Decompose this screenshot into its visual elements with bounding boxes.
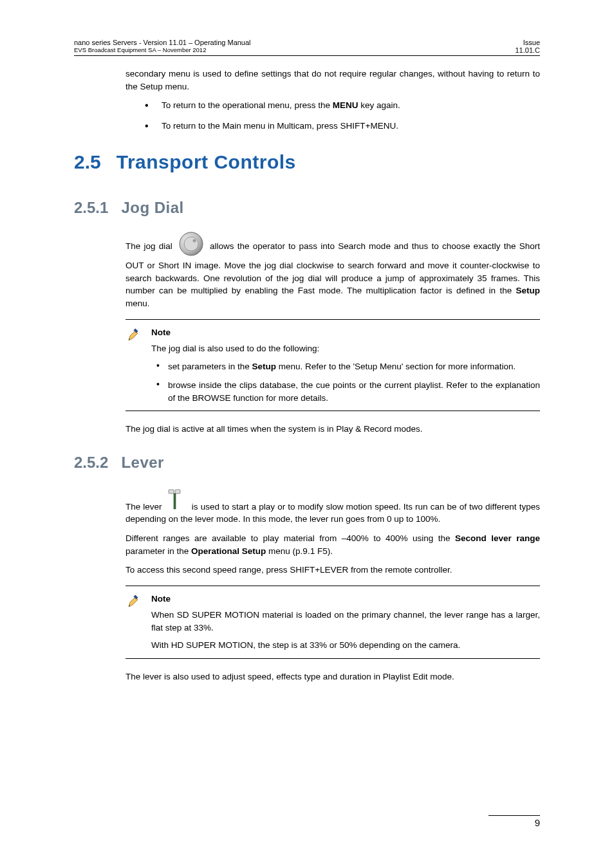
jog-text-post-post: menu. <box>126 299 150 308</box>
page-number-rule <box>488 815 540 816</box>
lever-text-post: is used to start a play or to modify slo… <box>126 502 540 524</box>
header-left-line1: nano series Servers - Version 11.01 – Op… <box>74 39 251 46</box>
note-body: Note The jog dial is also used to do the… <box>151 326 540 405</box>
lever-after-note: The lever is also used to adjust speed, … <box>126 670 540 683</box>
header-divider <box>74 55 540 56</box>
note-block: Note The jog dial is also used to do the… <box>126 319 540 412</box>
lever-p2-b1: Second lever range <box>455 533 540 543</box>
page-header: nano series Servers - Version 11.01 – Op… <box>74 39 540 55</box>
heading-number: 2.5.2 <box>74 454 108 472</box>
lever-p2-post: menu (p.9.1 F5). <box>266 546 333 556</box>
content-column: secondary menu is used to define setting… <box>126 68 540 683</box>
note-bullets: set parameters in the Setup menu. Refer … <box>151 360 540 405</box>
svg-rect-7 <box>175 490 180 494</box>
list-item: set parameters in the Setup menu. Refer … <box>156 360 540 373</box>
svg-rect-6 <box>169 490 174 494</box>
jog-paragraph: The jog dial allows the operator t <box>126 234 540 309</box>
header-right-line1: Issue <box>515 39 540 46</box>
intro-bullets: To return to the operational menu, press… <box>126 99 540 132</box>
jog-text-pre: The jog dial <box>126 241 176 251</box>
note-title: Note <box>151 326 540 339</box>
note-body: Note When SD SUPER MOTION material is lo… <box>151 593 540 652</box>
lever-paragraph-1: The lever is used to start a play or to … <box>126 488 540 526</box>
list-item: To return to the Main menu in Multicam, … <box>145 120 540 133</box>
list-item: browse inside the clips database, the cu… <box>156 379 540 404</box>
header-right: Issue 11.01.C <box>515 39 540 54</box>
note-p2: With HD SUPER MOTION, the step is at 33%… <box>151 639 540 652</box>
lever-text-pre: The lever <box>126 502 165 512</box>
heading-number: 2.5.1 <box>74 199 108 217</box>
section-heading-2: 2.5.2 Lever <box>74 454 540 472</box>
bullet-text: key again. <box>358 100 400 110</box>
heading-title: Lever <box>121 454 164 472</box>
jog-after-note: The jog dial is active at all times when… <box>126 423 540 436</box>
pencil-icon <box>126 593 144 652</box>
jog-bold-setup: Setup <box>516 286 540 295</box>
note-b1-pre: set parameters in the <box>168 362 252 371</box>
page-number-value: 9 <box>535 817 540 828</box>
note-p1: When SD SUPER MOTION material is loaded … <box>151 609 540 634</box>
lever-paragraph-3: To access this second speed range, press… <box>126 564 540 577</box>
svg-point-1 <box>184 237 198 251</box>
list-item: To return to the operational menu, press… <box>145 99 540 112</box>
lever-paragraph-2: Different ranges are available to play m… <box>126 532 540 557</box>
pencil-icon <box>126 326 144 405</box>
note-block: Note When SD SUPER MOTION material is lo… <box>126 586 540 659</box>
lever-icon <box>167 488 183 512</box>
lever-p2-pre: Different ranges are available to play m… <box>126 533 455 543</box>
header-left: nano series Servers - Version 11.01 – Op… <box>74 39 251 54</box>
section-heading-1: 2.5 Transport Controls <box>74 151 540 173</box>
note-b1-post: menu. Refer to the 'Setup Menu' section … <box>276 362 516 371</box>
section-heading-2: 2.5.1 Jog Dial <box>74 199 540 217</box>
heading-title: Jog Dial <box>121 199 183 217</box>
intro-paragraph: secondary menu is used to define setting… <box>126 68 540 93</box>
page-number: 9 <box>488 815 540 828</box>
heading-number: 2.5 <box>74 151 101 173</box>
jog-dial-icon <box>178 231 204 257</box>
note-b1-bold: Setup <box>252 362 277 371</box>
bullet-text: To return to the operational menu, press… <box>162 100 333 110</box>
heading-title: Transport Controls <box>116 151 296 173</box>
note-title: Note <box>151 593 540 605</box>
note-intro: The jog dial is also used to do the foll… <box>151 342 540 355</box>
header-left-line2: EVS Broadcast Equipment SA – November 20… <box>74 46 251 53</box>
lever-p2-mid: parameter in the <box>126 546 191 556</box>
bullet-bold: MENU <box>333 100 358 110</box>
svg-rect-8 <box>174 494 176 509</box>
svg-point-2 <box>192 239 196 243</box>
lever-p2-b2: Operational Setup <box>191 546 266 556</box>
header-right-line2: 11.01.C <box>515 46 540 54</box>
page: nano series Servers - Version 11.01 – Op… <box>0 0 614 716</box>
